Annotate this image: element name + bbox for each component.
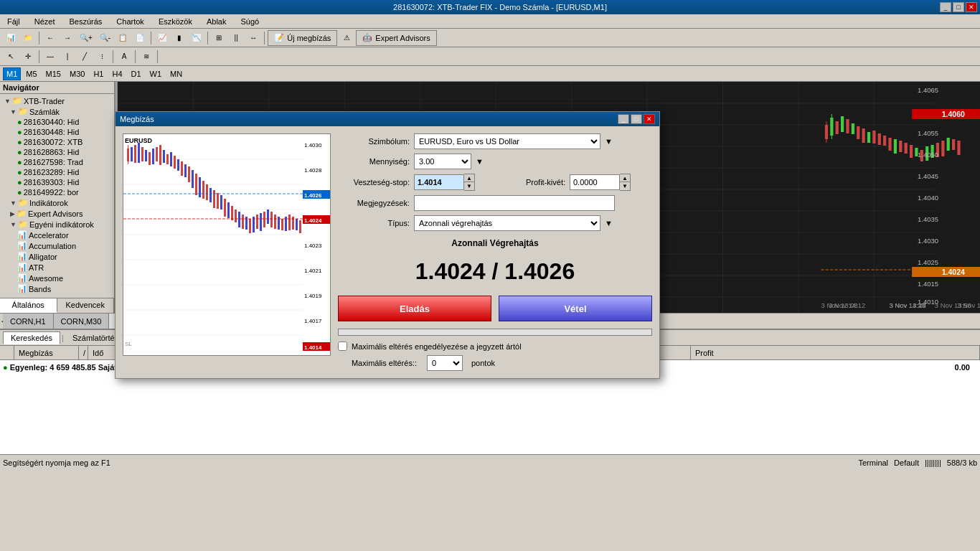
svg-rect-108 bbox=[159, 145, 161, 165]
svg-rect-144 bbox=[288, 215, 291, 230]
svg-rect-117 bbox=[192, 170, 194, 188]
svg-text:1.4024: 1.4024 bbox=[304, 217, 322, 224]
price-separator: / bbox=[492, 258, 499, 284]
svg-rect-130 bbox=[238, 212, 240, 227]
sl-down-btn[interactable]: ▼ bbox=[464, 182, 474, 190]
tp-spinner: ▲ ▼ bbox=[570, 174, 631, 191]
order-modal: Megbízás _ □ ✕ bbox=[115, 111, 660, 379]
symbol-row: Szimbólum: EURUSD, Euro vs US Dollar ▼ bbox=[338, 133, 652, 149]
quantity-dropdown-icon: ▼ bbox=[476, 157, 484, 166]
svg-rect-123 bbox=[213, 190, 215, 208]
modal-maximize-btn[interactable]: □ bbox=[631, 114, 642, 124]
svg-rect-126 bbox=[224, 199, 226, 217]
modal-title-bar[interactable]: Megbízás _ □ ✕ bbox=[116, 112, 659, 126]
svg-rect-107 bbox=[156, 147, 158, 161]
tp-label: Profit-kivét: bbox=[494, 178, 565, 187]
svg-rect-105 bbox=[149, 152, 151, 165]
action-buttons: Eladás Vétel bbox=[338, 296, 652, 321]
svg-rect-101 bbox=[134, 145, 136, 163]
svg-text:1.4021: 1.4021 bbox=[304, 268, 322, 274]
instant-label: Azonnali Végrehajtás bbox=[338, 235, 652, 251]
svg-text:SL: SL bbox=[125, 341, 132, 347]
svg-rect-120 bbox=[202, 181, 204, 199]
svg-rect-115 bbox=[184, 164, 187, 177]
notes-label: Megjegyzések: bbox=[338, 199, 410, 207]
symbol-dropdown-icon: ▼ bbox=[605, 137, 613, 146]
type-select[interactable]: Azonnali végrehajtás bbox=[414, 215, 600, 231]
tp-down-btn[interactable]: ▼ bbox=[620, 182, 630, 190]
bid-price: 1.4024 bbox=[415, 258, 486, 284]
svg-rect-129 bbox=[235, 209, 237, 222]
max-deviation-checkbox[interactable] bbox=[338, 342, 347, 351]
svg-rect-122 bbox=[209, 188, 212, 202]
mini-chart-svg: 1.4030 1.4028 1.4026 1.4026 1.4024 1.402… bbox=[123, 134, 331, 356]
svg-rect-147 bbox=[299, 220, 301, 233]
sell-button[interactable]: Eladás bbox=[338, 296, 491, 321]
svg-rect-137 bbox=[263, 212, 265, 227]
svg-rect-104 bbox=[145, 150, 147, 161]
svg-rect-146 bbox=[296, 219, 298, 230]
svg-text:1.4014: 1.4014 bbox=[304, 344, 322, 351]
max-deviation-select[interactable]: 0 bbox=[427, 355, 463, 371]
svg-rect-133 bbox=[249, 219, 251, 233]
svg-rect-110 bbox=[166, 154, 169, 164]
svg-rect-128 bbox=[231, 206, 233, 220]
points-label: pontok bbox=[471, 359, 495, 367]
svg-rect-100 bbox=[131, 147, 133, 161]
modal-close-btn[interactable]: ✕ bbox=[644, 114, 655, 124]
max-deviation-checkbox-row: Maximális eltérés engedélyezése a jegyze… bbox=[338, 342, 652, 351]
tp-input[interactable] bbox=[570, 174, 620, 190]
svg-rect-139 bbox=[270, 212, 273, 227]
max-deviation-value-row: Maximális eltérés:: 0 pontok bbox=[338, 355, 652, 371]
notes-input[interactable] bbox=[414, 195, 615, 211]
sl-label: Veszteség-stop: bbox=[338, 178, 410, 187]
notes-row: Megjegyzések: bbox=[338, 195, 652, 211]
tp-up-btn[interactable]: ▲ bbox=[620, 174, 630, 182]
quantity-label: Mennyiség: bbox=[338, 157, 410, 166]
sl-spin-buttons: ▲ ▼ bbox=[464, 174, 475, 191]
svg-rect-119 bbox=[199, 177, 201, 197]
ask-price: 1.4026 bbox=[504, 258, 575, 284]
symbol-select[interactable]: EURUSD, Euro vs US Dollar bbox=[414, 133, 600, 149]
svg-rect-124 bbox=[217, 193, 219, 209]
modal-title: Megbízás bbox=[120, 115, 154, 123]
symbol-label: Szimbólum: bbox=[338, 137, 410, 146]
svg-rect-113 bbox=[177, 159, 179, 171]
svg-text:1.4026: 1.4026 bbox=[304, 192, 322, 199]
modal-minimize-btn[interactable]: _ bbox=[618, 114, 629, 124]
svg-text:1.4019: 1.4019 bbox=[304, 293, 322, 299]
max-deviation-label: Maximális eltérés:: bbox=[338, 359, 417, 367]
progress-bar bbox=[338, 329, 652, 336]
svg-rect-103 bbox=[141, 147, 143, 161]
svg-rect-102 bbox=[138, 143, 140, 163]
buy-button[interactable]: Vétel bbox=[499, 296, 652, 321]
svg-rect-112 bbox=[174, 156, 176, 169]
sl-input[interactable] bbox=[414, 174, 464, 190]
svg-rect-121 bbox=[206, 184, 208, 200]
quantity-select[interactable]: 3.00 bbox=[414, 154, 471, 169]
svg-rect-135 bbox=[256, 215, 258, 229]
svg-text:1.4023: 1.4023 bbox=[304, 242, 322, 249]
price-display: 1.4024 / 1.4026 bbox=[338, 251, 652, 296]
type-label: Típus: bbox=[338, 219, 410, 227]
svg-rect-131 bbox=[242, 215, 244, 229]
svg-rect-106 bbox=[152, 149, 154, 164]
svg-rect-127 bbox=[227, 202, 230, 218]
svg-rect-72 bbox=[123, 134, 331, 356]
svg-rect-111 bbox=[170, 152, 172, 166]
sl-spinner: ▲ ▼ bbox=[414, 174, 475, 191]
svg-rect-118 bbox=[195, 174, 197, 195]
svg-rect-125 bbox=[220, 195, 222, 209]
sl-up-btn[interactable]: ▲ bbox=[464, 174, 474, 182]
max-deviation-check-label: Maximális eltérés engedélyezése a jegyze… bbox=[352, 342, 522, 351]
svg-rect-136 bbox=[260, 213, 262, 231]
svg-rect-109 bbox=[163, 150, 165, 163]
svg-rect-140 bbox=[274, 215, 276, 229]
svg-rect-142 bbox=[281, 219, 283, 230]
type-row: Típus: Azonnali végrehajtás ▼ bbox=[338, 215, 652, 231]
tp-spin-buttons: ▲ ▼ bbox=[620, 174, 631, 191]
modal-title-controls: _ □ ✕ bbox=[618, 114, 655, 124]
svg-text:1.4030: 1.4030 bbox=[304, 142, 322, 149]
type-dropdown-icon: ▼ bbox=[605, 219, 613, 227]
svg-rect-114 bbox=[181, 161, 183, 176]
